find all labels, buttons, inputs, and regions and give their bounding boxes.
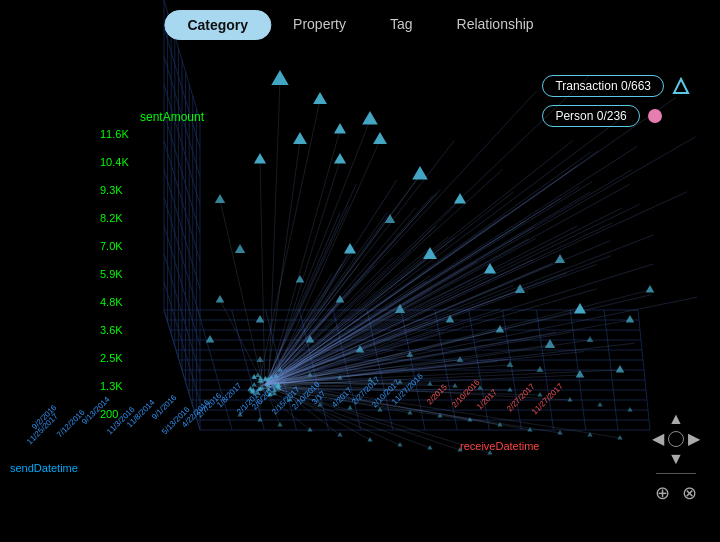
tab-property[interactable]: Property [271, 10, 368, 40]
triangle-icon [672, 77, 690, 95]
nav-down-row: ▼ [668, 451, 684, 467]
y-label-1: 11.6K [100, 120, 129, 148]
navigation-controls: ▲ ◀ ▶ ▼ ⊕ ⊗ [652, 411, 700, 502]
tab-category[interactable]: Category [164, 10, 271, 40]
nav-up-button[interactable]: ▲ [668, 411, 684, 427]
y-label-5: 7.0K [100, 232, 129, 260]
y-axis-title: sentAmount [140, 110, 204, 124]
legend-transaction: Transaction 0/663 [542, 75, 690, 97]
person-badge: Person 0/236 [542, 105, 639, 127]
y-label-11: 200 [100, 400, 129, 428]
y-label-7: 4.8K [100, 288, 129, 316]
nav-up-row: ▲ [668, 411, 684, 427]
legend-person: Person 0/236 [542, 105, 690, 127]
nav-reset-button[interactable]: ⊗ [682, 484, 697, 502]
svg-marker-0 [674, 79, 688, 93]
y-label-2: 10.4K [100, 148, 129, 176]
y-label-6: 5.9K [100, 260, 129, 288]
nav-middle-row: ◀ ▶ [652, 431, 700, 447]
nav-down-button[interactable]: ▼ [668, 451, 684, 467]
nav-left-button[interactable]: ◀ [652, 431, 664, 447]
circle-icon [648, 109, 662, 123]
nav-special-controls: ⊕ ⊗ [655, 484, 697, 502]
tab-relationship[interactable]: Relationship [435, 10, 556, 40]
receive-datetime-label: receiveDatetime [460, 440, 539, 452]
y-label-8: 3.6K [100, 316, 129, 344]
nav-rotate-button[interactable]: ⊕ [655, 484, 670, 502]
transaction-badge: Transaction 0/663 [542, 75, 664, 97]
nav-center[interactable] [668, 431, 684, 447]
legend: Transaction 0/663 Person 0/236 [542, 75, 690, 127]
y-axis-labels: 11.6K 10.4K 9.3K 8.2K 7.0K 5.9K 4.8K 3.6… [100, 120, 129, 428]
y-label-10: 1.3K [100, 372, 129, 400]
y-label-9: 2.5K [100, 344, 129, 372]
y-label-4: 8.2K [100, 204, 129, 232]
y-label-3: 9.3K [100, 176, 129, 204]
nav-right-button[interactable]: ▶ [688, 431, 700, 447]
send-datetime-label: sendDatetime [10, 462, 78, 474]
tab-tag[interactable]: Tag [368, 10, 435, 40]
tab-bar: Category Property Tag Relationship [164, 10, 555, 40]
nav-separator [656, 473, 696, 474]
